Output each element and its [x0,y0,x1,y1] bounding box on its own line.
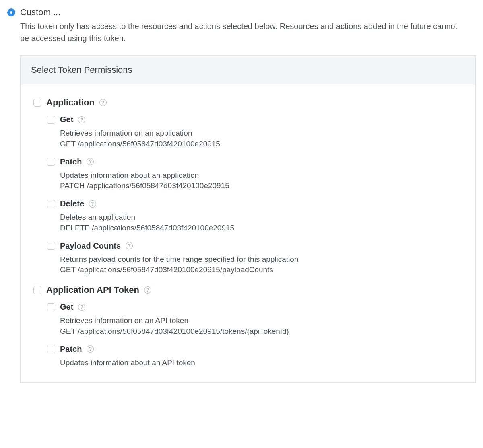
permission-description: Retrieves information on an API token [60,315,462,326]
checkbox-api-token-patch[interactable] [47,345,55,353]
permission-header: Get ? [47,115,462,124]
help-icon[interactable]: ? [126,242,133,249]
help-icon[interactable]: ? [99,99,107,106]
permissions-panel-header: Select Token Permissions [21,56,475,84]
permissions-panel-body: Application ? Get ? Retrieves informatio… [21,84,475,382]
permission-application-get: Get ? Retrieves information on an applic… [47,115,462,148]
permission-description: Returns payload counts for the time rang… [60,254,462,265]
permission-title[interactable]: Delete [60,199,84,208]
permission-group-application-api-token: Application API Token ? Get ? Retrieves … [33,285,462,368]
permission-group-application: Application ? Get ? Retrieves informatio… [33,97,462,274]
permission-group-title[interactable]: Application API Token [46,285,139,295]
permission-title[interactable]: Get [60,115,73,124]
permission-header: Get ? [47,302,462,312]
checkbox-application-patch[interactable] [47,158,55,166]
permission-header: Patch ? [47,157,462,166]
help-icon[interactable]: ? [87,345,94,353]
help-icon[interactable]: ? [87,158,94,165]
permission-header: Patch ? [47,345,462,354]
checkbox-application-payload-counts[interactable] [47,242,55,250]
permission-description: Deletes an application [60,212,462,223]
permission-group-header: Application ? [33,97,462,108]
permission-endpoint: GET /applications/56f05847d03f420100e209… [60,265,462,274]
permission-endpoint: PATCH /applications/56f05847d03f420100e2… [60,181,462,190]
permissions-panel: Select Token Permissions Application ? G… [20,55,476,383]
permission-application-payload-counts: Payload Counts ? Returns payload counts … [47,241,462,275]
checkbox-api-token-get[interactable] [47,303,55,311]
token-scope-radio-row: Custom ... [7,7,476,18]
checkbox-application-delete[interactable] [47,200,55,208]
permission-title[interactable]: Patch [60,157,82,166]
permission-application-delete: Delete ? Deletes an application DELETE /… [47,199,462,232]
permission-group-title[interactable]: Application [46,97,95,108]
permission-description: Updates information about an API token [60,357,462,368]
permission-api-token-patch: Patch ? Updates information about an API… [47,345,462,368]
permission-application-patch: Patch ? Updates information about an app… [47,157,462,191]
permission-title[interactable]: Payload Counts [60,241,121,251]
help-icon[interactable]: ? [78,304,85,311]
radio-inner-dot [10,11,12,14]
help-icon[interactable]: ? [78,116,85,123]
help-icon[interactable]: ? [144,286,151,294]
permission-endpoint: DELETE /applications/56f05847d03f420100e… [60,224,462,232]
permission-group-header: Application API Token ? [33,285,462,295]
permission-header: Payload Counts ? [47,241,462,251]
radio-description: This token only has access to the resour… [20,20,463,44]
permission-title[interactable]: Patch [60,345,82,354]
radio-label[interactable]: Custom ... [20,7,60,18]
permission-endpoint: GET /applications/56f05847d03f420100e209… [60,327,462,336]
permission-api-token-get: Get ? Retrieves information on an API to… [47,302,462,336]
panel-title: Select Token Permissions [31,65,132,75]
radio-selected-icon[interactable] [7,8,15,16]
permission-description: Retrieves information on an application [60,127,462,139]
checkbox-application-get[interactable] [47,116,55,124]
permission-description: Updates information about an application [60,170,462,181]
checkbox-application[interactable] [33,99,41,107]
checkbox-application-api-token[interactable] [33,286,41,294]
help-icon[interactable]: ? [89,200,96,208]
permission-title[interactable]: Get [60,302,73,312]
permission-header: Delete ? [47,199,462,208]
permission-endpoint: GET /applications/56f05847d03f420100e209… [60,140,462,148]
